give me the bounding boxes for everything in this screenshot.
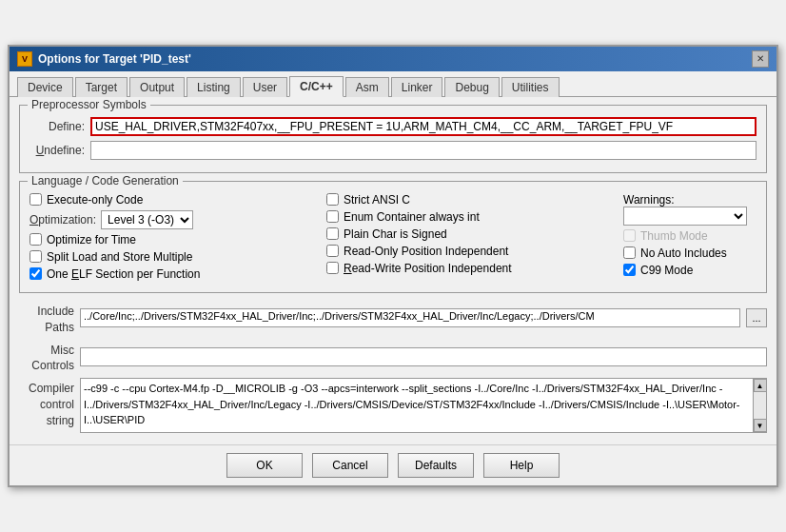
- split-load-checkbox[interactable]: [29, 250, 42, 263]
- strict-ansi-row: Strict ANSI C: [326, 193, 614, 207]
- preprocessor-title: Preprocessor Symbols: [28, 98, 150, 111]
- warnings-label: Warnings:: [623, 193, 675, 207]
- no-auto-checkbox[interactable]: [623, 246, 636, 259]
- app-icon: V: [17, 51, 32, 67]
- warnings-col: Warnings: Thumb Mode No Auto Includes: [623, 193, 757, 285]
- read-only-label: Read-Only Position Independent: [344, 245, 508, 258]
- tab-user[interactable]: User: [243, 77, 287, 97]
- main-window: V Options for Target 'PID_test' ✕ Device…: [8, 45, 778, 487]
- define-row: Define:: [29, 117, 757, 136]
- language-title: Language / Code Generation: [28, 174, 183, 187]
- tab-output[interactable]: Output: [129, 77, 185, 97]
- compiler-control-row: Compiler control string --c99 -c --cpu C…: [19, 378, 767, 433]
- include-paths-label: Include Paths: [19, 301, 74, 336]
- title-bar: V Options for Target 'PID_test' ✕: [10, 47, 776, 71]
- execute-only-checkbox[interactable]: [29, 193, 42, 206]
- tab-utilities[interactable]: Utilities: [501, 77, 560, 97]
- read-only-row: Read-Only Position Independent: [326, 245, 614, 258]
- plain-char-checkbox[interactable]: [326, 227, 339, 240]
- enum-container-label: Enum Container always int: [344, 210, 480, 224]
- compiler-control-input[interactable]: --c99 -c --cpu Cortex-M4.fp -D__MICROLIB…: [80, 378, 767, 433]
- enum-container-checkbox[interactable]: [326, 210, 339, 223]
- thumb-mode-checkbox[interactable]: [623, 229, 636, 242]
- define-input[interactable]: [90, 117, 757, 136]
- strict-ansi-label: Strict ANSI C: [344, 193, 410, 207]
- title-bar-left: V Options for Target 'PID_test': [17, 51, 191, 67]
- plain-char-row: Plain Char is Signed: [326, 227, 614, 241]
- tab-linker[interactable]: Linker: [391, 77, 443, 97]
- split-load-label: Split Load and Store Multiple: [47, 250, 192, 264]
- optimize-time-label: Optimize for Time: [47, 233, 136, 246]
- scroll-track: [754, 392, 766, 419]
- include-paths-row: Include Paths ../Core/Inc;../Drivers/STM…: [19, 301, 767, 336]
- footer: OK Cancel Defaults Help: [10, 444, 776, 485]
- define-label: Define:: [29, 120, 85, 133]
- misc-controls-label: Misc Controls: [19, 340, 74, 375]
- enum-container-row: Enum Container always int: [326, 210, 614, 224]
- tab-listing[interactable]: Listing: [187, 77, 241, 97]
- one-elf-checkbox[interactable]: [29, 267, 42, 280]
- c99-mode-row: C99 Mode: [623, 264, 757, 277]
- undefine-row: Undefine:: [29, 141, 757, 160]
- thumb-mode-label: Thumb Mode: [640, 229, 708, 243]
- one-elf-label: One ELF Section per Function: [47, 267, 200, 281]
- read-write-checkbox[interactable]: [326, 262, 339, 274]
- tab-device[interactable]: Device: [17, 77, 73, 97]
- tab-debug[interactable]: Debug: [444, 77, 499, 97]
- scroll-up-button[interactable]: ▲: [754, 379, 767, 392]
- c99-mode-checkbox[interactable]: [623, 264, 636, 276]
- content-area: Preprocessor Symbols Define: Undefine:: [10, 97, 776, 444]
- execute-only-row: Execute-only Code: [29, 193, 317, 207]
- window-title: Options for Target 'PID_test': [38, 52, 191, 66]
- undefine-label: Undefine:: [29, 144, 85, 157]
- ok-button[interactable]: OK: [226, 453, 303, 478]
- one-elf-row: One ELF Section per Function: [29, 267, 317, 281]
- help-button[interactable]: Help: [483, 453, 560, 478]
- plain-char-label: Plain Char is Signed: [344, 227, 447, 241]
- read-write-row: Read-Write Position Independent: [326, 262, 614, 275]
- tab-asm[interactable]: Asm: [345, 77, 389, 97]
- strict-ansi-checkbox[interactable]: [326, 193, 339, 206]
- execute-only-label: Execute-only Code: [47, 193, 143, 207]
- cancel-button[interactable]: Cancel: [312, 453, 388, 478]
- no-auto-label: No Auto Includes: [640, 246, 727, 260]
- tabs-bar: Device Target Output Listing User C/C++ …: [10, 71, 776, 97]
- tab-cpp[interactable]: C/C++: [289, 76, 344, 97]
- optimize-time-checkbox[interactable]: [29, 233, 42, 246]
- misc-controls-input[interactable]: [80, 347, 767, 366]
- tab-target[interactable]: Target: [75, 77, 128, 97]
- thumb-mode-row: Thumb Mode: [623, 229, 757, 243]
- lang-col-left: Execute-only Code Optimization: Level 3 …: [29, 193, 317, 285]
- c99-mode-label: C99 Mode: [640, 264, 693, 277]
- read-write-label: Read-Write Position Independent: [344, 262, 512, 275]
- defaults-button[interactable]: Defaults: [398, 453, 474, 478]
- compiler-scrollbar: ▲ ▼: [753, 379, 766, 432]
- optimization-row: Optimization: Level 3 (-O3): [29, 210, 317, 229]
- optimization-select[interactable]: Level 3 (-O3): [101, 210, 193, 229]
- warnings-select[interactable]: [623, 207, 747, 226]
- read-only-checkbox[interactable]: [326, 245, 339, 257]
- preprocessor-section: Preprocessor Symbols Define: Undefine:: [19, 105, 767, 173]
- compiler-control-label: Compiler control string: [19, 378, 74, 428]
- optimization-label: Optimization:: [29, 213, 96, 227]
- no-auto-row: No Auto Includes: [623, 246, 757, 260]
- include-paths-input[interactable]: ../Core/Inc;../Drivers/STM32F4xx_HAL_Dri…: [80, 308, 740, 327]
- misc-controls-row: Misc Controls: [19, 340, 767, 375]
- split-load-row: Split Load and Store Multiple: [29, 250, 317, 264]
- undefine-input[interactable]: [90, 141, 757, 160]
- scroll-down-button[interactable]: ▼: [754, 419, 767, 432]
- language-section: Language / Code Generation Execute-only …: [19, 181, 767, 293]
- optimize-time-row: Optimize for Time: [29, 233, 317, 246]
- include-paths-browse-button[interactable]: ...: [746, 308, 767, 327]
- close-button[interactable]: ✕: [752, 50, 769, 68]
- lang-col-middle: Strict ANSI C Enum Container always int …: [326, 193, 614, 285]
